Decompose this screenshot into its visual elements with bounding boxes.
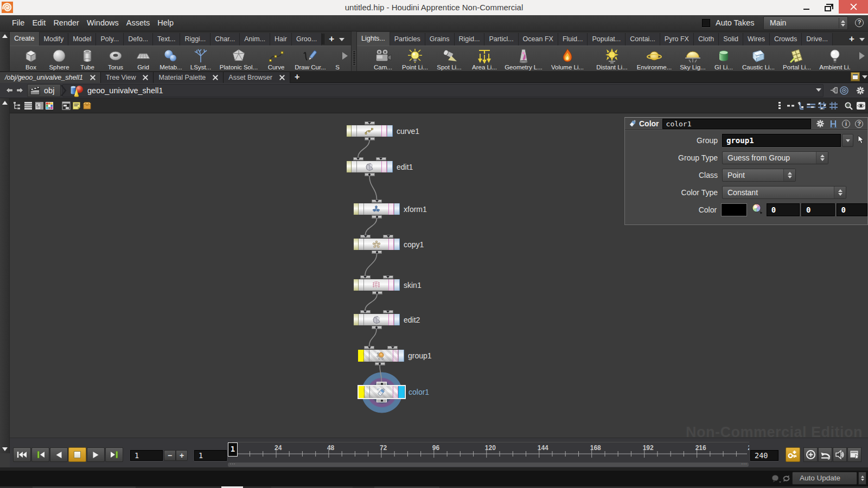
nettool-list-icon[interactable]	[24, 101, 33, 112]
input-connector[interactable]	[360, 235, 371, 238]
output-connector[interactable]	[365, 137, 375, 140]
shelf-tool-causticli[interactable]: Caustic Li...	[737, 46, 780, 71]
nettool-eye-icon[interactable]	[856, 101, 866, 112]
shelf-tab-modify[interactable]: Modify	[40, 33, 69, 46]
timeline-scrollbar[interactable]	[228, 463, 749, 467]
network-collapse-strip[interactable]	[0, 98, 10, 453]
menu-assets[interactable]: Assets	[123, 15, 154, 31]
menu-file[interactable]: File	[8, 15, 28, 31]
frame-decrement-button[interactable]: −	[164, 450, 176, 461]
param-select-group-type[interactable]: Guess from Group	[722, 151, 828, 164]
update-mode-spinner[interactable]	[858, 472, 866, 485]
menu-edit[interactable]: Edit	[28, 15, 49, 31]
group-field[interactable]: group1	[722, 134, 841, 147]
shelf-collapse-strip[interactable]	[0, 31, 10, 71]
param-select-class[interactable]: Point	[722, 169, 796, 182]
auto-key-button[interactable]	[786, 447, 800, 462]
shelf-more-arrow-icon[interactable]	[342, 52, 348, 60]
timeline-ruler[interactable]: 24487296120144168192216240	[232, 442, 749, 460]
previous-keyframe-button[interactable]	[31, 447, 49, 462]
shelf-tab-fluid[interactable]: Fluid...	[558, 33, 588, 46]
shelf-tab-particles[interactable]: Particles	[390, 33, 425, 46]
houdini-h-icon[interactable]	[829, 120, 837, 128]
bypass-flag[interactable]	[354, 279, 359, 291]
current-frame-field[interactable]: 1	[194, 450, 227, 461]
pane-tab--obj-geoo-univalve-shell1[interactable]: /obj/geoo_univalve_shell1	[0, 72, 101, 83]
bypass-flag[interactable]	[354, 239, 359, 250]
shelf-tool-sphere[interactable]: Sphere	[45, 46, 73, 71]
shelf-tab-populat[interactable]: Populat...	[588, 33, 626, 46]
shelf-menu-caret-icon[interactable]	[339, 38, 344, 41]
input-connector[interactable]	[387, 346, 398, 349]
template-flag[interactable]	[388, 239, 394, 250]
output-connector[interactable]	[375, 362, 385, 365]
message-bubble-icon[interactable]	[771, 474, 782, 483]
close-tab-icon[interactable]	[143, 75, 148, 80]
color-value-b[interactable]: 0	[837, 203, 867, 216]
shelf-tool-portalli[interactable]: Portal Li...	[780, 46, 814, 71]
group-select-arrow-icon[interactable]	[857, 135, 864, 146]
close-tab-icon[interactable]	[279, 75, 285, 80]
radial-menu-icon[interactable]	[839, 86, 849, 95]
auto-takes-checkbox[interactable]	[702, 19, 710, 27]
shelf-tool-platonicsol[interactable]: Platonic Sol...	[216, 46, 261, 71]
shelf-tab-oceanfx[interactable]: Ocean FX	[519, 33, 558, 46]
nettool-palette-icon[interactable]	[45, 101, 54, 112]
lock-flag[interactable]	[359, 314, 364, 325]
audio-button[interactable]	[833, 447, 847, 462]
template-flag[interactable]	[388, 203, 394, 215]
next-keyframe-button[interactable]	[105, 447, 123, 462]
end-frame-field[interactable]: 240	[750, 450, 778, 461]
shelf-tool-grid[interactable]: Grid	[130, 46, 157, 71]
lock-flag[interactable]	[352, 161, 357, 172]
shelf-tool-torus[interactable]: Torus	[101, 46, 130, 71]
shelf-tool-box[interactable]: Box	[17, 46, 45, 71]
bypass-flag[interactable]	[347, 161, 352, 172]
node-group1[interactable]: group1	[358, 350, 404, 362]
nettool-gridw-icon[interactable]	[818, 101, 827, 112]
minimize-button[interactable]	[795, 0, 817, 14]
shelf-tool-ambientli[interactable]: Ambient Li.	[814, 46, 856, 71]
group-dropdown-button[interactable]	[842, 134, 853, 147]
node-curve1[interactable]: curve1	[347, 125, 393, 137]
help-icon[interactable]: ?	[855, 120, 863, 128]
template-flag[interactable]	[381, 161, 387, 172]
close-tab-icon[interactable]	[90, 75, 95, 80]
shelf-tab-text[interactable]: Text...	[153, 33, 180, 46]
shelf-tab-grains[interactable]: Grains	[425, 33, 455, 46]
node-edit1[interactable]: edit1	[347, 161, 393, 172]
shelf-tool-volumeli[interactable]: Volume Li...	[545, 46, 590, 71]
shelf-tool-skylig[interactable]: Sky Lig...	[675, 46, 711, 71]
shelf-tab-create[interactable]: Create	[10, 32, 40, 46]
param-node-name-field[interactable]: color1	[662, 119, 811, 129]
output-connector[interactable]	[372, 326, 382, 329]
shelf-tool-areali[interactable]: Area Li...	[467, 46, 502, 71]
input-connector[interactable]	[364, 346, 374, 349]
nettool-badges-icon[interactable]	[62, 101, 71, 112]
node-copy1[interactable]: copy1	[354, 239, 400, 250]
playhead-frame-marker[interactable]: 1	[228, 442, 238, 457]
shelf-tool-gili[interactable]: GI Li...	[711, 46, 737, 71]
node-xform1[interactable]: xform1	[354, 203, 400, 215]
output-connector[interactable]	[376, 399, 387, 402]
path-root-button[interactable]: obj	[27, 84, 61, 97]
template-flag[interactable]	[388, 279, 394, 291]
display-flag[interactable]	[394, 203, 400, 215]
shelf-more-arrow-icon[interactable]	[859, 52, 865, 60]
shelf-tab-cloth[interactable]: Cloth	[694, 33, 719, 46]
nettool-tree-icon[interactable]	[13, 101, 21, 112]
shelf-add-button[interactable]: +	[325, 33, 338, 46]
pane-tab-material-palette[interactable]: Material Palette	[154, 72, 224, 83]
shelf-tool-distantli[interactable]: Distant Li...	[590, 46, 634, 71]
shelf-tab-riggi[interactable]: Riggi...	[180, 33, 210, 46]
nettool-grid-icon[interactable]	[829, 101, 838, 112]
play-reverse-button[interactable]	[50, 447, 68, 462]
pathbar-gear-icon[interactable]	[856, 86, 865, 95]
shelf-tool-environme[interactable]: Environme...	[634, 46, 675, 71]
shelf-tool-pointli[interactable]: Point Li...	[398, 46, 432, 71]
info-icon[interactable]: i	[842, 120, 850, 128]
path-current-field[interactable]: geoo_univalve_shell1	[62, 84, 824, 97]
shelf-tab-solid[interactable]: Solid	[719, 33, 743, 46]
output-connector[interactable]	[372, 291, 382, 294]
nettool-linesw-icon[interactable]	[806, 101, 816, 112]
